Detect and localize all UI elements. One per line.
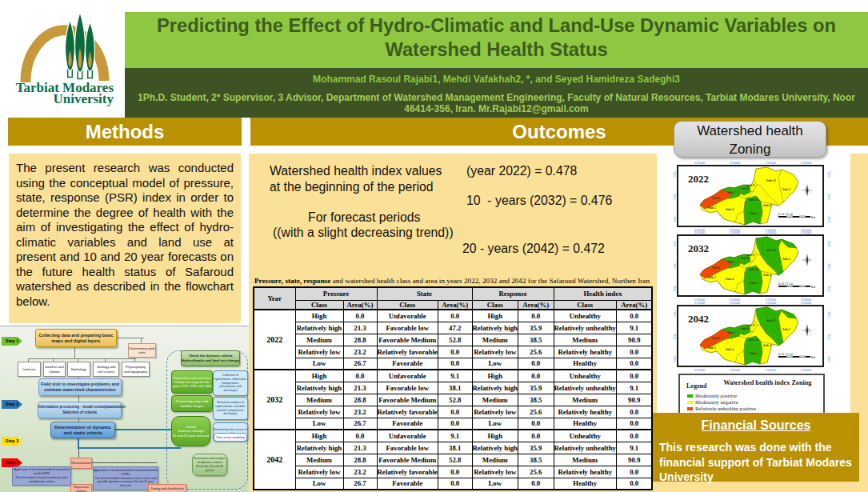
svg-text:Sub-7: Sub-7: [726, 330, 734, 334]
svg-text:Sub-5: Sub-5: [707, 346, 715, 350]
svg-text:Sub-10: Sub-10: [748, 338, 758, 342]
svg-text:Sub-3: Sub-3: [749, 211, 757, 215]
svg-text:2022: 2022: [688, 173, 709, 185]
svg-text:Sub-6: Sub-6: [711, 196, 719, 200]
svg-text:Sub-2: Sub-2: [762, 343, 770, 347]
svg-text:Sub-5: Sub-5: [707, 275, 715, 279]
svg-text:Sub-9: Sub-9: [746, 183, 754, 187]
svg-text:Sub-9: Sub-9: [746, 323, 754, 327]
svg-text:Sub-3: Sub-3: [749, 351, 757, 355]
svg-text:Sub-10: Sub-10: [748, 267, 758, 271]
svg-text:Sub-11: Sub-11: [766, 248, 776, 252]
svg-text:Sub-7: Sub-7: [726, 260, 734, 264]
svg-text:Sub-4: Sub-4: [725, 207, 733, 211]
svg-text:Sub-2: Sub-2: [762, 273, 770, 277]
svg-text:2042: 2042: [688, 313, 709, 325]
svg-text:Sub-2: Sub-2: [762, 203, 770, 207]
svg-text:Sub-10: Sub-10: [748, 198, 758, 202]
svg-text:University: University: [53, 91, 114, 106]
svg-text:Sub-9: Sub-9: [746, 253, 754, 257]
svg-text:Sub-4: Sub-4: [725, 347, 733, 351]
svg-text:Sub-7: Sub-7: [726, 190, 734, 194]
svg-text:Sub-3: Sub-3: [749, 281, 757, 285]
svg-text:0.5 0 1 2 3 4: 0.5 0 1 2 3 4: [778, 282, 793, 286]
svg-text:Sub-4: Sub-4: [725, 277, 733, 281]
svg-text:Km: Km: [811, 215, 816, 218]
svg-text:Km: Km: [811, 356, 816, 359]
svg-text:Sub-11: Sub-11: [766, 318, 776, 322]
svg-text:0.5 0 1 2 3 4: 0.5 0 1 2 3 4: [778, 353, 793, 356]
svg-text:Sub-11: Sub-11: [766, 178, 776, 182]
svg-text:Sub-5: Sub-5: [707, 206, 715, 210]
svg-text:Sub-6: Sub-6: [711, 336, 719, 340]
svg-text:Sub-1: Sub-1: [782, 187, 790, 191]
svg-text:2032: 2032: [688, 242, 709, 254]
svg-text:Sub-6: Sub-6: [711, 266, 719, 270]
svg-text:Km: Km: [811, 286, 816, 289]
svg-text:Sub-1: Sub-1: [782, 257, 790, 261]
svg-text:Sub-1: Sub-1: [782, 327, 790, 331]
svg-text:0.5 0 1 2 3 4: 0.5 0 1 2 3 4: [778, 212, 793, 215]
